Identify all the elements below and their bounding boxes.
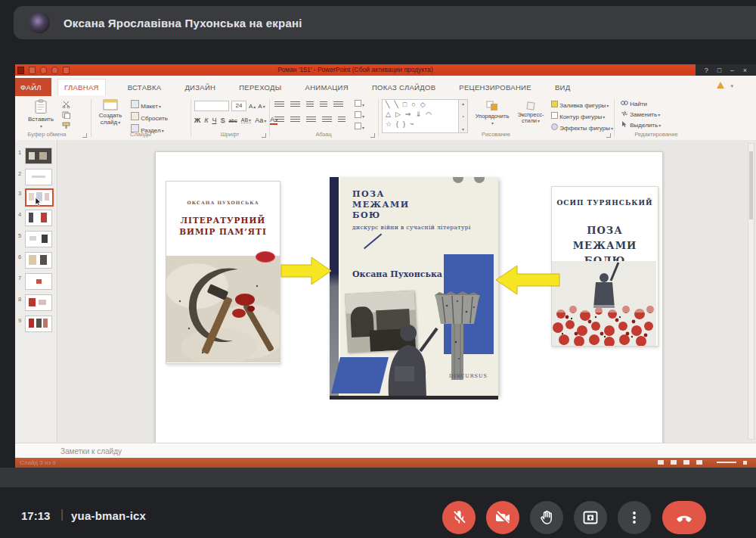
copy-icon[interactable]	[62, 111, 71, 119]
shape-line2-icon[interactable]: ╲	[394, 100, 398, 110]
slide-thumbnail-7[interactable]: 7	[18, 273, 52, 290]
shape-arrow-right-icon[interactable]: ▷	[395, 110, 401, 120]
cut-icon[interactable]	[62, 101, 71, 108]
tab-slideshow[interactable]: ПОКАЗ СЛАЙДОВ	[370, 79, 437, 95]
slide-thumbnail-5[interactable]: 5	[18, 231, 52, 247]
decrease-indent-icon[interactable]	[306, 101, 314, 108]
slide-thumbnail-2[interactable]: 2	[18, 169, 52, 185]
normal-view-icon[interactable]	[658, 460, 664, 465]
more-options-button[interactable]	[618, 501, 651, 534]
align-left-icon[interactable]	[274, 117, 284, 123]
slideshow-view-icon[interactable]	[696, 460, 702, 465]
activation-warning-icon[interactable]	[717, 82, 724, 89]
layout-button[interactable]: Макет▾	[131, 100, 168, 110]
slide-thumbnail-3-selected[interactable]: 3	[18, 188, 54, 207]
font-name-combobox[interactable]	[194, 101, 229, 111]
char-spacing-button[interactable]: АВ▾	[241, 117, 251, 123]
shape-diamond-icon[interactable]: ◇	[420, 100, 426, 110]
shape-brace-right-icon[interactable]: )	[403, 120, 405, 129]
fit-slide-icon[interactable]	[743, 461, 747, 465]
smartart-button[interactable]: ▾	[355, 123, 364, 131]
mic-mute-button[interactable]	[442, 501, 476, 534]
bullets-icon[interactable]	[274, 101, 284, 108]
work-area-scrollbar[interactable]	[748, 143, 754, 440]
justify-icon[interactable]	[322, 117, 332, 123]
align-center-icon[interactable]	[290, 117, 300, 123]
tab-review[interactable]: РЕЦЕНЗИРОВАНИЕ	[457, 79, 533, 95]
tab-insert[interactable]: ВСТАВКА	[126, 79, 163, 95]
increase-indent-icon[interactable]	[320, 101, 327, 108]
shape-block-arrow-icon[interactable]: ⇒	[405, 110, 411, 120]
right-book-cover[interactable]: ОСИП ТУРЯНСЬКИЙ ПОЗАМЕЖАМИ БОЛЮ	[551, 186, 658, 347]
arrange-button[interactable]: Упорядочить ▾	[472, 101, 512, 126]
replace-button[interactable]: Заменить▾	[621, 110, 661, 118]
notes-pane[interactable]: Заметки к слайду	[15, 443, 756, 459]
drawing-dialog-launcher-icon[interactable]	[606, 133, 611, 138]
tab-design[interactable]: ДИЗАЙН	[183, 79, 217, 95]
tab-file[interactable]: ФАЙЛ	[15, 78, 51, 96]
change-case-button[interactable]: Аа▾	[255, 117, 266, 124]
center-book-cover[interactable]: ПОЗАМЕЖАМИБОЮ дискурс війни в сучасній л…	[330, 177, 498, 396]
font-size-combobox[interactable]: 24	[231, 101, 246, 111]
tab-transitions[interactable]: ПЕРЕХОДЫ	[237, 79, 283, 95]
shape-arc-icon[interactable]: ◠	[426, 110, 432, 120]
slide-thumbnail-8[interactable]: 8	[18, 294, 52, 311]
shape-triangle-icon[interactable]: △	[386, 110, 391, 120]
shapes-gallery[interactable]: ╲ ╲ □ ○ ◇ △ ▷ ⇒ ⇓ ◠ ☆ (	[382, 99, 468, 133]
shrink-font-button[interactable]: А▾	[258, 103, 265, 110]
zoom-slider[interactable]	[717, 462, 736, 463]
select-button[interactable]: Выделить▾	[621, 121, 661, 129]
scroll-up-icon[interactable]: ▴	[462, 101, 464, 106]
italic-button[interactable]: К	[204, 117, 208, 124]
line-spacing-icon[interactable]	[333, 101, 343, 108]
align-right-icon[interactable]	[306, 117, 316, 123]
underline-button[interactable]: Ч	[212, 117, 216, 124]
shape-curve-icon[interactable]: ~	[410, 120, 414, 129]
find-button[interactable]: Найти	[621, 100, 661, 107]
align-text-button[interactable]: ▾	[355, 111, 364, 120]
clipboard-dialog-launcher-icon[interactable]	[82, 133, 87, 138]
close-button[interactable]: ×	[743, 67, 747, 74]
arrow-left-icon[interactable]	[494, 263, 561, 297]
font-dialog-launcher-icon[interactable]	[262, 133, 266, 138]
tab-view[interactable]: ВИД	[553, 79, 572, 95]
text-shadow-button[interactable]: S	[220, 117, 225, 124]
shape-fill-button[interactable]: Заливка фигуры▾	[551, 101, 613, 109]
slide-thumbnail-6[interactable]: 6	[18, 252, 52, 269]
minimize-button[interactable]: –	[730, 67, 734, 74]
reset-button[interactable]: Сбросить	[131, 112, 168, 122]
left-book-cover[interactable]: ОКСАНА ПУХОНСЬКА ЛІТЕРАТУРНИЙВИМІР ПАМ’Я…	[166, 181, 280, 364]
scrollbar-thumb[interactable]	[749, 151, 753, 219]
end-call-button[interactable]	[662, 501, 706, 534]
ppt-title-bar[interactable]: Роман '151' - PowerPoint (Сбой активации…	[15, 64, 696, 76]
slide-thumbnail-4[interactable]: 4	[18, 210, 52, 226]
shape-ellipse-icon[interactable]: ○	[411, 100, 415, 110]
format-painter-icon[interactable]	[62, 122, 71, 129]
shape-outline-button[interactable]: Контур фигуры▾	[551, 112, 613, 120]
numbering-icon[interactable]	[290, 101, 300, 108]
paste-button[interactable]: Вставить ▾	[26, 99, 56, 129]
paragraph-dialog-launcher-icon[interactable]	[370, 133, 375, 138]
new-slide-button[interactable]: Создать слайд▾	[94, 99, 126, 126]
bold-button[interactable]: Ж	[194, 117, 200, 124]
slide-canvas[interactable]: ОКСАНА ПУХОНСЬКА ЛІТЕРАТУРНИЙВИМІР ПАМ’Я…	[155, 151, 663, 444]
shape-star-icon[interactable]: ☆	[386, 120, 392, 129]
camera-off-button[interactable]	[486, 501, 519, 534]
grow-font-button[interactable]: А▴	[249, 103, 256, 110]
raise-hand-button[interactable]	[530, 501, 563, 534]
quick-styles-button[interactable]: Экспресс-стили▾	[513, 101, 548, 124]
present-screen-button[interactable]	[574, 501, 607, 534]
slide-thumbnail-9[interactable]: 9	[18, 316, 52, 332]
help-button[interactable]: ?	[705, 67, 708, 74]
shapes-gallery-scrollbar[interactable]: ▴ ▪ ▾	[458, 100, 467, 132]
shape-rectangle-icon[interactable]: □	[403, 100, 407, 110]
reading-view-icon[interactable]	[683, 460, 689, 465]
columns-icon[interactable]	[338, 117, 345, 123]
strikethrough-button[interactable]: abc	[228, 118, 237, 123]
slide-sorter-view-icon[interactable]	[671, 460, 677, 465]
warning-caret-icon[interactable]: ▾	[730, 83, 733, 89]
slide-thumbnail-1[interactable]: 1	[18, 148, 52, 164]
arrow-right-icon[interactable]	[280, 254, 333, 288]
shape-brace-left-icon[interactable]: (	[396, 120, 398, 129]
text-direction-button[interactable]: ▾	[355, 100, 364, 108]
